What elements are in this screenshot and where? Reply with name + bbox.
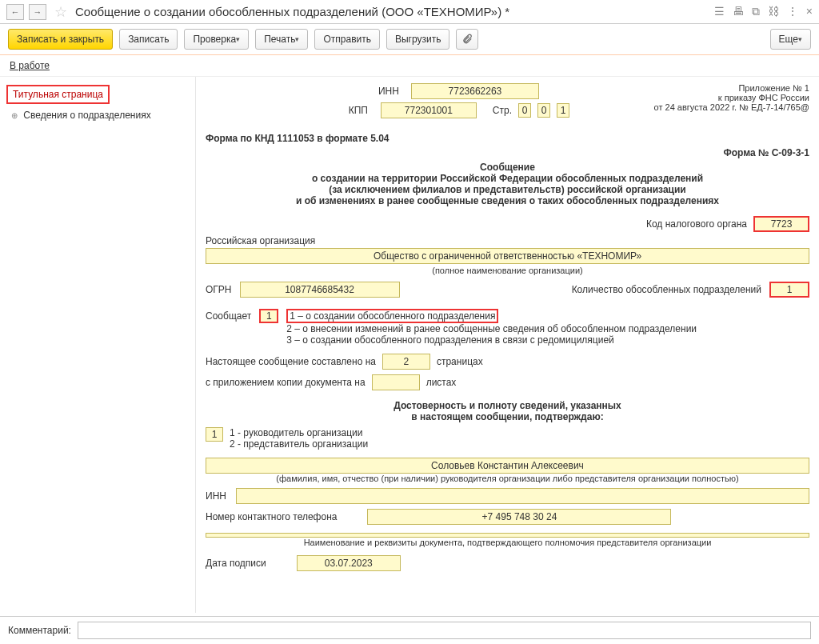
favorite-icon[interactable]: ☆ <box>54 3 67 21</box>
msg-title: Сообщение <box>206 162 809 173</box>
paperclip-icon <box>461 34 473 45</box>
save-button[interactable]: Записать <box>119 29 178 50</box>
page-digit-1: 0 <box>518 103 531 118</box>
kebab-icon[interactable]: ⋮ <box>787 5 798 18</box>
pages-value[interactable]: 2 <box>382 354 430 370</box>
window-title: Сообщение о создании обособленных подраз… <box>75 5 709 18</box>
back-button[interactable]: ← <box>6 4 24 20</box>
signer-hint: (фамилия, имя, отчество (при наличии) ру… <box>206 474 809 483</box>
knd-label: Форма по КНД 1111053 в формате 5.04 <box>206 133 390 144</box>
confirm-line2: в настоящем сообщении, подтверждаю: <box>206 411 809 422</box>
tax-code-value[interactable]: 7723 <box>753 216 809 232</box>
tax-code-label: Код налогового органа <box>646 218 747 230</box>
signer-code[interactable]: 1 <box>206 427 223 442</box>
appendix-line2: к приказу ФНС России <box>633 93 809 102</box>
signer-name[interactable]: Соловьев Константин Алексеевич <box>206 458 809 474</box>
copies-value[interactable] <box>372 374 420 390</box>
signer-inn-value[interactable] <box>236 488 809 504</box>
copies-label1: с приложением копии документа на <box>206 377 366 388</box>
link-icon[interactable]: ⛓ <box>768 5 779 18</box>
print-icon[interactable]: 🖶 <box>733 5 744 18</box>
reports-value[interactable]: 1 <box>259 309 278 323</box>
unload-button[interactable]: Выгрузить <box>386 29 450 50</box>
inn-label: ИНН <box>373 86 405 97</box>
inn-value[interactable]: 7723662263 <box>411 83 539 99</box>
reports-option-1: 1 – о создании обособленного подразделен… <box>286 309 498 323</box>
msg-line1: о создании на территории Российской Феде… <box>206 173 809 184</box>
doc-hint: Наименование и реквизиты документа, подт… <box>206 538 809 547</box>
reports-option-2: 2 – о внесении изменений в ранее сообщен… <box>286 323 697 334</box>
phone-value[interactable]: +7 495 748 30 24 <box>367 509 671 525</box>
expand-icon[interactable]: ⊕ <box>11 111 18 120</box>
msg-line2: (за исключением филиалов и представитель… <box>206 184 809 195</box>
ru-org-label: Российская организация <box>206 235 809 246</box>
ogrn-value[interactable]: 1087746685432 <box>240 282 400 298</box>
confirm-line1: Достоверность и полноту сведений, указан… <box>206 400 809 411</box>
signer-inn-label: ИНН <box>206 490 230 502</box>
form-number: Форма № С-09-3-1 <box>206 147 809 158</box>
copy-icon[interactable]: ⧉ <box>752 5 760 18</box>
kpp-label: КПП <box>342 105 374 116</box>
page-label: Стр. <box>493 105 512 116</box>
phone-label: Номер контактного телефона <box>206 511 337 522</box>
attach-button[interactable] <box>456 29 478 50</box>
units-label: Количество обособленных подразделений <box>572 284 761 295</box>
kpp-value[interactable]: 772301001 <box>381 102 477 118</box>
page-digit-2: 0 <box>537 103 550 118</box>
ogrn-label: ОГРН <box>206 284 232 295</box>
reports-label: Сообщает <box>206 309 251 322</box>
sign-date-label: Дата подписи <box>206 558 266 569</box>
status-link[interactable]: В работе <box>10 60 50 71</box>
save-close-button[interactable]: Записать и закрыть <box>8 29 113 50</box>
more-button[interactable]: Еще <box>770 29 811 50</box>
signer-option-2: 2 - представитель организации <box>230 438 368 450</box>
signer-option-1: 1 - руководитель организации <box>230 427 368 438</box>
units-value[interactable]: 1 <box>769 282 809 298</box>
appendix-line3: от 24 августа 2022 г. № ЕД-7-14/765@ <box>633 102 809 112</box>
copies-label2: листах <box>426 377 457 388</box>
close-icon[interactable]: × <box>806 5 813 18</box>
check-button[interactable]: Проверка <box>184 29 249 50</box>
send-button[interactable]: Отправить <box>314 29 380 50</box>
pages-label1: Настоящее сообщение составлено на <box>206 356 376 367</box>
sidebar-item-details[interactable]: ⊕ Сведения о подразделениях <box>6 107 189 123</box>
report-icon[interactable]: ☰ <box>714 5 725 18</box>
page-digit-3: 1 <box>557 103 569 118</box>
org-full-hint: (полное наименование организации) <box>206 266 809 275</box>
org-name[interactable]: Общество с ограниченной ответственностью… <box>206 248 809 264</box>
appendix-line1: Приложение № 1 <box>633 83 809 93</box>
sidebar-item-label: Сведения о подразделениях <box>23 110 150 121</box>
pages-label2: страницах <box>437 356 483 367</box>
sidebar-item-title-page[interactable]: Титульная страница <box>6 85 110 104</box>
msg-line3: и об изменениях в ранее сообщенные сведе… <box>206 195 809 206</box>
print-button[interactable]: Печать <box>255 29 308 50</box>
sign-date-value[interactable]: 03.07.2023 <box>297 555 401 571</box>
forward-button[interactable]: → <box>29 4 46 20</box>
reports-option-3: 3 – о создании обособленного подразделен… <box>286 334 697 346</box>
